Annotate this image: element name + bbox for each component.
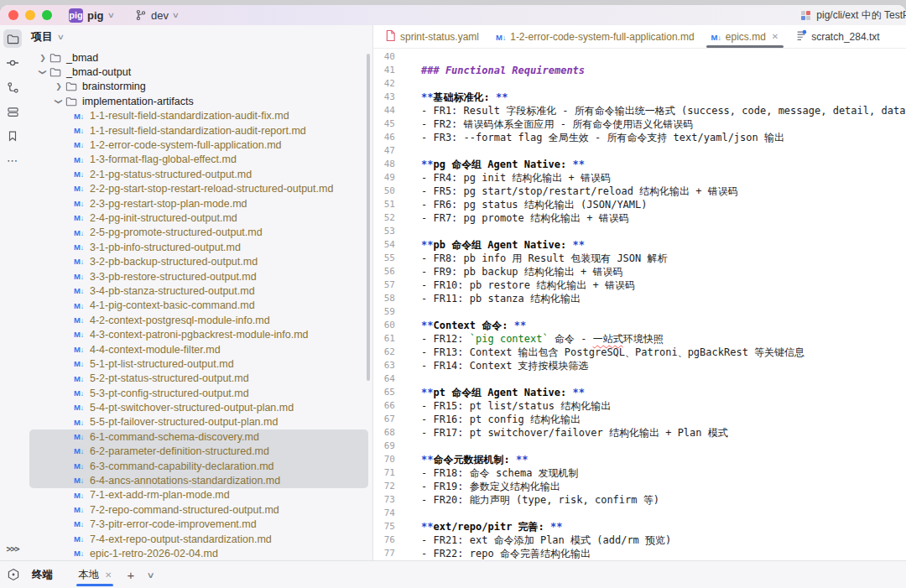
tree-item-folder[interactable]: ❯_bmad-output (29, 65, 368, 79)
editor-line[interactable]: 53 (373, 225, 906, 238)
tree-item-file[interactable]: M↓1-1-result-field-standardization-audit… (29, 109, 368, 123)
tree-item-file[interactable]: M↓4-3-context-patroni-pgbackrest-module-… (29, 327, 368, 341)
editor-tab[interactable]: M↓1-2-error-code-system-full-application… (487, 25, 703, 48)
editor-line[interactable]: 58- FR11: pb stanza 结构化输出 (373, 292, 906, 305)
tree-item-file[interactable]: M↓5-5-pt-failover-structured-output-plan… (29, 415, 368, 429)
editor-line[interactable]: 68- FR17: pt switchover/failover 结构化输出 +… (373, 426, 906, 440)
tree-item-file[interactable]: M↓2-2-pg-start-stop-restart-reload-struc… (29, 182, 368, 196)
editor-line[interactable]: 72- FR19: 参数定义结构化输出 (373, 480, 906, 493)
chevron-collapsed-icon[interactable]: ❯ (53, 82, 65, 91)
editor-line[interactable]: 73- FR20: 能力声明 (type, risk, confirm 等) (373, 493, 906, 507)
editor-line[interactable]: 41### Functional Requirements (373, 64, 906, 77)
terminal-tab-local[interactable]: 本地 ✕ (76, 561, 113, 588)
tree-item-file[interactable]: M↓7-2-repo-command-structured-output.md (29, 502, 368, 517)
editor-line[interactable]: 42 (373, 77, 906, 91)
editor-line[interactable]: 46- FR3: --format flag 全局生效 - 所有命令支持 tex… (373, 131, 906, 144)
terminal-options-chevron-icon[interactable]: ∨ (147, 570, 155, 580)
tree-item-file[interactable]: M↓5-2-pt-status-structured-output.md (29, 372, 368, 386)
editor-line[interactable]: 47 (373, 144, 906, 158)
editor-line[interactable]: 54**pb 命令组 Agent Native: ** (373, 238, 906, 252)
project-tool-button[interactable] (3, 29, 22, 48)
editor-line[interactable]: 70**命令元数据机制: ** (373, 453, 906, 466)
tree-item-file[interactable]: M↓5-4-pt-switchover-structured-output-pl… (29, 400, 368, 414)
editor-line[interactable]: 63- FR14: Context 支持按模块筛选 (373, 359, 906, 372)
tree-item-folder[interactable]: ❯_bmad (29, 50, 368, 65)
editor-line[interactable]: 74 (373, 507, 906, 520)
pull-requests-tool-button[interactable] (3, 78, 22, 96)
tree-item-file[interactable]: M↓2-1-pg-status-structured-output.md (29, 167, 368, 181)
tree-item-file[interactable]: M↓2-4-pg-init-structured-output.md (29, 211, 368, 225)
hexagon-tool-icon[interactable] (7, 568, 20, 581)
tree-item-file[interactable]: M↓3-2-pb-backup-structured-output.md (29, 254, 368, 268)
tree-item-file[interactable]: M↓3-3-pb-restore-structured-output.md (29, 269, 368, 284)
terminal-label[interactable]: 终端 (32, 568, 53, 582)
close-window-button[interactable] (8, 10, 18, 20)
tree-item-file[interactable]: M↓2-3-pg-restart-stop-plan-mode.md (29, 196, 368, 211)
tree-item-file[interactable]: M↓7-1-ext-add-rm-plan-mode.md (29, 488, 368, 502)
tree-item-folder[interactable]: ❯brainstorming (29, 80, 368, 94)
tree-item-file[interactable]: M↓3-4-pb-stanza-structured-output.md (29, 284, 368, 298)
editor-line[interactable]: 60**Context 命令: ** (373, 319, 906, 332)
editor-line[interactable]: 76- FR21: ext 命令添加 Plan 模式 (add/rm 预览) (373, 533, 906, 547)
chevron-expanded-icon[interactable]: ❯ (55, 96, 63, 107)
run-configuration-widget[interactable]: pig/cli/ext 中的 TestP (800, 5, 906, 25)
editor-tab[interactable]: scratch_284.txt (787, 25, 888, 48)
project-widget[interactable]: pig pig ∨ (69, 8, 113, 23)
tree-item-file[interactable]: M↓epic-1-retro-2026-02-04.md (29, 546, 368, 560)
tree-item-folder[interactable]: ❯implementation-artifacts (29, 94, 368, 108)
bookmarks-tool-button[interactable] (3, 127, 22, 145)
tree-item-file[interactable]: M↓1-2-error-code-system-full-application… (29, 138, 368, 152)
tree-item-file[interactable]: M↓7-3-pitr-error-code-improvement.md (29, 518, 368, 532)
tree-item-file[interactable]: M↓6-4-ancs-annotations-standardization.m… (29, 473, 368, 487)
editor-line[interactable]: 44- FR1: Result 字段标准化 - 所有命令输出统一格式 (succ… (373, 104, 906, 117)
editor-line[interactable]: 64 (373, 372, 906, 386)
commit-tool-button[interactable] (3, 54, 22, 72)
editor-line[interactable]: 40 (373, 50, 906, 64)
editor-line[interactable]: 59 (373, 305, 906, 319)
tree-item-file[interactable]: M↓1-1-result-field-standardization-audit… (29, 123, 368, 138)
structure-tool-button[interactable] (3, 102, 22, 121)
editor-content[interactable]: 4041### Functional Requirements4243**基础标… (373, 49, 906, 560)
editor-line[interactable]: 55- FR8: pb info 用 Result 包装现有 JSON 解析 (373, 252, 906, 265)
editor-line[interactable]: 52- FR7: pg promote 结构化输出 + 错误码 (373, 211, 906, 225)
editor-line[interactable]: 67- FR16: pt config 结构化输出 (373, 413, 906, 426)
editor-line[interactable]: 45- FR2: 错误码体系全面应用 - 所有命令使用语义化错误码 (373, 117, 906, 131)
editor-line[interactable]: 49- FR4: pg init 结构化输出 + 错误码 (373, 171, 906, 185)
editor-line[interactable]: 62- FR13: Context 输出包含 PostgreSQL、Patron… (373, 346, 906, 359)
editor-line[interactable]: 50- FR5: pg start/stop/restart/reload 结构… (373, 185, 906, 198)
tree-item-file[interactable]: M↓3-1-pb-info-structured-output.md (29, 240, 368, 254)
editor-line[interactable]: 69 (373, 440, 906, 453)
editor-line[interactable]: 75**ext/repo/pitr 完善: ** (373, 520, 906, 533)
close-icon[interactable]: ✕ (105, 570, 112, 580)
tree-item-file[interactable]: M↓5-1-pt-list-structured-output.md (29, 356, 368, 371)
more-tools-button[interactable]: ⋯ (3, 151, 22, 169)
tree-item-file[interactable]: M↓5-3-pt-config-structured-output.md (29, 386, 368, 400)
tree-scrollbar[interactable] (367, 54, 370, 381)
editor-line[interactable]: 51- FR6: pg status 结构化输出 (JSON/YAML) (373, 198, 906, 211)
editor-line[interactable]: 77- FR22: repo 命令完善结构化输出 (373, 547, 906, 560)
tree-item-file[interactable]: M↓6-3-command-capability-declaration.md (29, 459, 368, 473)
chevron-expanded-icon[interactable]: ❯ (39, 66, 47, 78)
editor-line[interactable]: 43**基础标准化: ** (373, 91, 906, 104)
editor-line[interactable]: 66- FR15: pt list/status 结构化输出 (373, 399, 906, 413)
close-icon[interactable]: ✕ (772, 32, 778, 41)
editor-line[interactable]: 56- FR9: pb backup 结构化输出 + 错误码 (373, 265, 906, 278)
editor-line[interactable]: 57- FR10: pb restore 结构化输出 + 错误码 (373, 278, 906, 292)
new-terminal-tab-button[interactable]: + (127, 568, 134, 582)
branch-widget[interactable]: dev ∨ (135, 9, 179, 22)
tree-item-file[interactable]: M↓6-1-command-schema-discovery.md (29, 429, 368, 444)
tree-item-file[interactable]: M↓4-2-context-postgresql-module-info.md (29, 313, 368, 327)
editor-line[interactable]: 61- FR12: `pig context` 命令 - 一站式环境快照 (373, 332, 906, 346)
editor-line[interactable]: 71- FR18: 命令 schema 发现机制 (373, 466, 906, 480)
editor-line[interactable]: 65**pt 命令组 Agent Native: ** (373, 386, 906, 399)
minimize-window-button[interactable] (25, 10, 35, 20)
tree-item-file[interactable]: M↓6-2-parameter-definition-structured.md (29, 445, 368, 459)
tree-item-file[interactable]: M↓2-5-pg-promote-structured-output.md (29, 226, 368, 240)
tree-item-file[interactable]: M↓7-4-ext-repo-output-standardization.md (29, 532, 368, 546)
chevron-collapsed-icon[interactable]: ❯ (37, 54, 49, 62)
zoom-window-button[interactable] (42, 10, 52, 20)
editor-tab[interactable]: sprint-status.yaml (377, 25, 487, 48)
editor-tab[interactable]: M↓epics.md✕ (703, 25, 788, 48)
tree-item-file[interactable]: M↓1-3-format-flag-global-effect.md (29, 153, 368, 167)
python-console-button[interactable]: >>> (3, 542, 22, 560)
